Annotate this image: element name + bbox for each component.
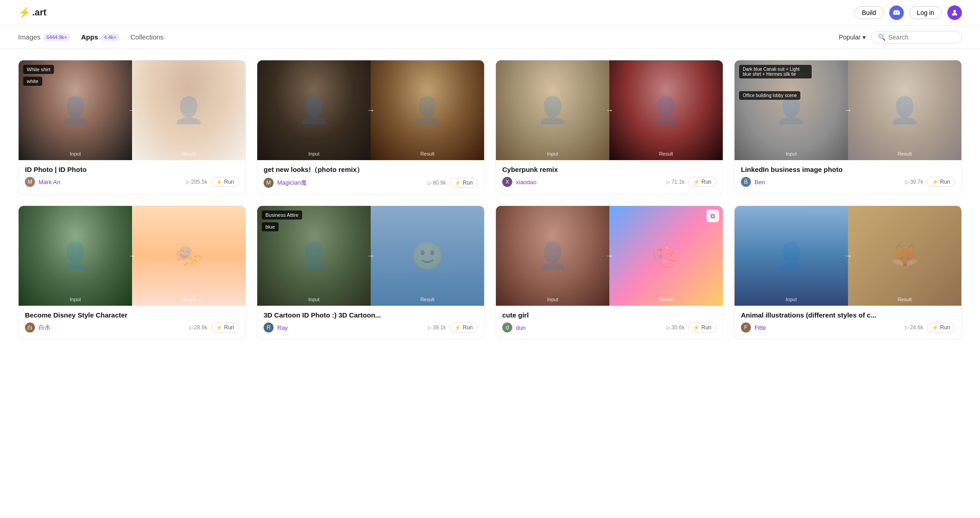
author-avatar-fitte: F bbox=[741, 323, 751, 332]
run-label: Run bbox=[463, 324, 473, 331]
play-icon bbox=[186, 179, 190, 185]
plays-count: 71.1k bbox=[666, 179, 685, 185]
card-photo-remix-result: 👤 Result bbox=[371, 60, 484, 160]
author-name-xiaodao[interactable]: xiaodao bbox=[516, 179, 663, 186]
run-button[interactable]: Run bbox=[211, 323, 239, 332]
card-disney[interactable]: 👤 Input → 🎭 Result Become Disney Style C… bbox=[18, 205, 246, 339]
author-avatar-ray: R bbox=[264, 323, 274, 332]
input-label: Input bbox=[786, 151, 797, 156]
author-name-bai-shui[interactable]: 白水 bbox=[39, 323, 186, 332]
logo-text: .art bbox=[32, 7, 46, 18]
author-name-ray[interactable]: Ray bbox=[277, 324, 424, 331]
tab-images[interactable]: Images 6444.9k+ bbox=[18, 31, 70, 43]
tooltip-white-shirt: White shirt bbox=[23, 65, 54, 74]
card-disney-meta: 白 白水 28.9k Run bbox=[25, 323, 239, 332]
arrow-icon: → bbox=[844, 251, 852, 261]
card-photo-remix[interactable]: 👤 Input → 👤 Result get new looks!（photo … bbox=[257, 60, 485, 195]
play-icon bbox=[428, 180, 431, 186]
tab-collections[interactable]: Collections bbox=[131, 31, 164, 43]
run-icon bbox=[455, 180, 461, 186]
run-label: Run bbox=[463, 180, 473, 186]
card-photo-remix-image: 👤 Input → 👤 Result bbox=[257, 60, 484, 160]
nav-right: Popular 🔍 bbox=[839, 31, 962, 44]
card-animal-illustrations[interactable]: 👤 Input → 🦊 Result Animal illustrations … bbox=[734, 205, 962, 339]
card-photo-remix-input: 👤 Input bbox=[257, 60, 371, 160]
card-linkedin-info: LinkedIn business image photo B Ben 30.7… bbox=[735, 160, 961, 193]
card-cyberpunk-meta: X xiaodao 71.1k Run bbox=[502, 177, 716, 187]
arrow-icon: → bbox=[128, 106, 136, 115]
card-animal-illustrations-image: 👤 Input → 🦊 Result bbox=[735, 206, 961, 306]
user-avatar[interactable] bbox=[947, 5, 962, 20]
run-button[interactable]: Run bbox=[450, 323, 478, 332]
arrow-icon: → bbox=[367, 251, 375, 261]
card-animal-illustrations-info: Animal illustrations (different styles o… bbox=[735, 306, 961, 339]
copy-icon[interactable]: ⧉ bbox=[706, 210, 719, 222]
arrow-icon: → bbox=[844, 106, 852, 115]
author-name-mark-an[interactable]: Mark An bbox=[39, 179, 182, 186]
search-input[interactable] bbox=[888, 34, 955, 41]
plays-value: 35.6k bbox=[671, 324, 685, 331]
plays-value: 39.1k bbox=[433, 324, 446, 331]
tab-apps[interactable]: Apps 4.4k+ bbox=[81, 31, 120, 43]
author-name-dun[interactable]: dun bbox=[516, 324, 663, 331]
run-button[interactable]: Run bbox=[688, 177, 716, 187]
card-id-photo[interactable]: 👤 White shirt white Input → 👤 Result ID … bbox=[18, 60, 246, 195]
input-label: Input bbox=[547, 151, 558, 156]
plays-count: 28.9k bbox=[189, 324, 207, 331]
card-cute-girl-title: cute girl bbox=[502, 311, 716, 319]
discord-button[interactable] bbox=[889, 5, 904, 20]
run-icon bbox=[932, 324, 938, 331]
run-icon bbox=[693, 324, 700, 331]
card-disney-result: 🎭 Result bbox=[132, 206, 245, 306]
author-name-ben[interactable]: Ben bbox=[755, 179, 902, 186]
result-label: Result bbox=[659, 151, 673, 156]
run-icon bbox=[693, 179, 700, 185]
plays-value: 28.9k bbox=[194, 324, 207, 331]
card-3d-cartoon[interactable]: 👤 Business Attire blue Input → 🙂 Result … bbox=[257, 205, 485, 339]
run-button[interactable]: Run bbox=[450, 178, 478, 188]
card-cyberpunk-result: 👤 Result bbox=[609, 60, 723, 160]
result-label: Result bbox=[181, 297, 196, 302]
author-avatar-bai-shui: 白 bbox=[25, 323, 35, 332]
author-name-magician[interactable]: Magician魔 bbox=[277, 179, 424, 187]
author-avatar-dun: d bbox=[502, 323, 512, 332]
arrow-icon: → bbox=[128, 251, 136, 261]
run-button[interactable]: Run bbox=[211, 177, 239, 187]
card-disney-image: 👤 Input → 🎭 Result bbox=[19, 206, 245, 306]
card-id-photo-info: ID Photo | ID Photo M Mark An 205.5k Run bbox=[19, 160, 245, 193]
login-button[interactable]: Log in bbox=[909, 6, 942, 19]
author-avatar-xiaodao: X bbox=[502, 177, 512, 187]
plays-count: 35.6k bbox=[666, 324, 685, 331]
card-id-photo-input: 👤 White shirt white Input bbox=[19, 60, 132, 160]
card-photo-remix-meta: M Magician魔 80.9k Run bbox=[264, 178, 478, 188]
card-cute-girl-image: 👤 Input → 🎨 ⧉ Result bbox=[496, 206, 723, 306]
run-label: Run bbox=[940, 324, 950, 331]
logo[interactable]: ⚡ .art bbox=[18, 7, 46, 19]
arrow-icon: → bbox=[605, 106, 613, 115]
build-button[interactable]: Build bbox=[854, 6, 884, 19]
run-label: Run bbox=[701, 179, 711, 185]
card-cute-girl-meta: d dun 35.6k Run bbox=[502, 323, 716, 332]
card-cute-girl[interactable]: 👤 Input → 🎨 ⧉ Result cute girl d dun bbox=[495, 205, 723, 339]
plays-count: 205.5k bbox=[186, 179, 207, 185]
input-label: Input bbox=[70, 297, 81, 302]
run-label: Run bbox=[224, 324, 234, 331]
card-3d-cartoon-image: 👤 Business Attire blue Input → 🙂 Result bbox=[257, 206, 484, 306]
plays-count: 30.7k bbox=[905, 179, 923, 185]
card-photo-remix-info: get new looks!（photo remix） M Magician魔 … bbox=[257, 160, 484, 194]
result-label: Result bbox=[659, 297, 673, 302]
plays-count: 39.1k bbox=[428, 324, 446, 331]
author-name-fitte[interactable]: Fitte bbox=[755, 324, 902, 331]
header-right: Build Log in bbox=[854, 5, 962, 20]
run-button[interactable]: Run bbox=[927, 323, 955, 332]
card-linkedin[interactable]: 👤 Dark blue Canali suit + Light blue shi… bbox=[734, 60, 962, 195]
main-grid: 👤 White shirt white Input → 👤 Result ID … bbox=[0, 49, 980, 350]
sort-button[interactable]: Popular bbox=[839, 34, 866, 41]
run-button[interactable]: Run bbox=[927, 177, 955, 187]
tab-collections-label: Collections bbox=[131, 33, 164, 41]
tab-images-label: Images bbox=[18, 33, 40, 41]
run-button[interactable]: Run bbox=[688, 323, 716, 332]
search-icon: 🔍 bbox=[878, 34, 886, 41]
card-cyberpunk[interactable]: 👤 Input → 👤 Result Cyberpunk remix X xia… bbox=[495, 60, 723, 195]
nav-tabs: Images 6444.9k+ Apps 4.4k+ Collections P… bbox=[0, 25, 980, 49]
